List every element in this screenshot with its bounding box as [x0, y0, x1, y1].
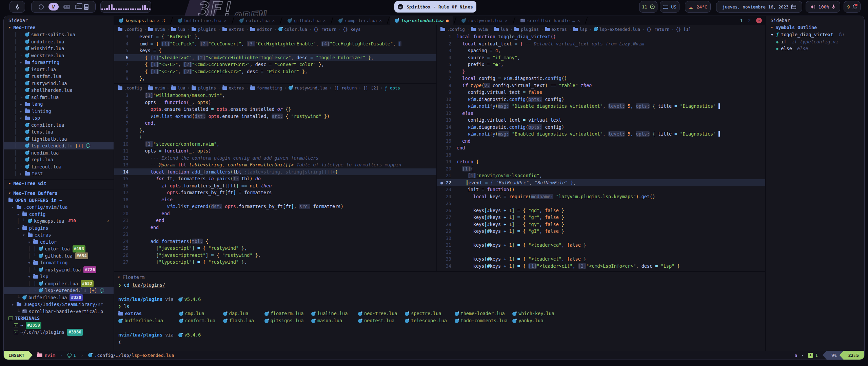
breadcrumb-segment[interactable]: ƒ opts — [385, 85, 400, 90]
code-line-9[interactable]: 9 }, — [114, 75, 436, 82]
code-line-8[interactable]: 8 if type(v: config.virtual_text) == "ta… — [437, 82, 765, 89]
tree-row-color.lua[interactable]: │ │ color.lua#493 — [4, 245, 114, 252]
tree-row-config[interactable]: ▾ config — [4, 211, 114, 218]
tree-row-isort.lua[interactable]: │ │ isort.lua — [4, 66, 114, 73]
expander-icon[interactable]: ▾ — [20, 115, 25, 122]
code-line-34[interactable]: 34 keys[#keys + 1] = { [1]"<leader>cil",… — [437, 263, 765, 270]
code-line-20[interactable]: 20 [1]{ — [437, 165, 765, 172]
code-line-19[interactable]: 19return { — [437, 158, 765, 165]
breadcrumb-segment[interactable]: lua — [494, 27, 508, 32]
code-line-19[interactable]: 19 vim.list_extend(dst: opts.formatters_… — [114, 203, 436, 210]
tree-row-shellharden.lua[interactable]: │ │ shellharden.lua — [4, 87, 114, 94]
workspace-gamepad-icon[interactable] — [63, 5, 70, 9]
code-line-25[interactable]: 25 ["javascript"] = { "rustywind" }, — [114, 245, 436, 252]
workspace-vim-active[interactable]: V — [48, 3, 59, 11]
tree-row-bufferline.lua[interactable]: └ bufferline.lua#328 — [4, 294, 114, 301]
tab-close-icon[interactable]: × — [577, 18, 580, 23]
workspace-document-icon[interactable] — [84, 4, 88, 10]
expander-icon[interactable]: ▾ — [20, 59, 25, 66]
code-line-24[interactable]: 24 local keys = require(modname: "lazyvi… — [437, 193, 765, 200]
code-line-16[interactable]: 16 end — [437, 138, 765, 145]
code-line-21[interactable]: 21 end — [114, 217, 436, 224]
code-line-1[interactable]: 1local function toggle_diag_virtext() — [437, 33, 765, 40]
code-line-18[interactable]: 18 else — [114, 196, 436, 203]
code-line-17[interactable]: 17end — [437, 144, 765, 151]
breadcrumb-segment[interactable]: extras — [222, 27, 244, 32]
expander-icon[interactable]: ▾ — [11, 301, 17, 308]
code-line-29[interactable]: 29 keys[#keys + 1] = { "gI", false } — [437, 228, 765, 235]
code-line-3[interactable]: 3 [1]"williamboman/mason.nvim", — [114, 92, 436, 99]
code-line-4[interactable]: 4 cmd = { [1]"CccPick", [2]"CccConvert",… — [114, 40, 436, 47]
tree-row-editor[interactable]: ▾ editor — [4, 239, 114, 246]
code-line-22[interactable]: 22 end — [114, 224, 436, 231]
code-line-12[interactable]: 12 else — [437, 110, 765, 117]
code-line-14[interactable]: 14 vim.diagnostic.config(opts: config) — [437, 124, 765, 131]
breadcrumb-segment[interactable]: rustywind.lua — [289, 85, 328, 90]
tree-row-rustywind.lua[interactable]: │ └ rustywind.lua#726 — [4, 266, 114, 273]
breadcrumb-segment[interactable]: plugins — [192, 85, 216, 90]
breadcrumb-segment[interactable]: .config — [118, 27, 142, 32]
breadcrumb-segment[interactable]: .config — [118, 85, 142, 90]
tree-row-scrollbar-handle-vertical.p[interactable]: └ scrollbar-handle-vertical.p — [4, 308, 114, 315]
breadcrumb-segment[interactable]: extras — [222, 85, 244, 90]
editor-pane-color-lua[interactable]: .config›nvim›lua›plugins›extras›editor›c… — [114, 25, 436, 83]
code-line-6[interactable]: 6 { [1]"<leader>uC", [2]"<cmd>CccHighlig… — [114, 54, 436, 61]
audio-widget[interactable]: 100% — [806, 1, 840, 13]
weather-widget[interactable]: 24°C — [685, 1, 711, 13]
tree-row-lsp-extended.[interactable]: │ │ lsp-extended.lu[+] — [4, 142, 114, 149]
tree-row-github.lua[interactable]: │ └ github.lua#654 — [4, 252, 114, 260]
breadcrumb-segment[interactable]: plugins — [192, 27, 216, 32]
tree-row-rustywind.lua[interactable]: │ │ rustywind.lua — [4, 80, 114, 87]
tree-row-lang[interactable]: │ ▸ lang — [4, 101, 114, 108]
tree-row-lens.lua[interactable]: │ │ lens.lua — [4, 128, 114, 136]
breadcrumb-segment[interactable]: {} [1] — [676, 27, 691, 32]
workspace-browser-icon[interactable] — [39, 4, 44, 9]
breadcrumb-segment[interactable]: {} return — [334, 85, 357, 90]
tab-scrollbar-handle-[interactable]: scrollbar-handle-…× — [516, 16, 585, 25]
expander-icon[interactable]: ▾ — [11, 204, 17, 211]
tab-close-icon[interactable]: × — [323, 18, 326, 23]
code-line-27[interactable]: 27 ["typescript"] = { "rustywind" }, — [114, 259, 436, 266]
tab-close-icon[interactable]: × — [272, 18, 275, 23]
breadcrumb-segment[interactable]: .config — [440, 27, 465, 32]
code-line-23[interactable]: 23 — [114, 231, 436, 238]
tree-row-linting[interactable]: │ ▸ linting — [4, 108, 114, 115]
code-line-9[interactable]: 9 config.virtual_text = false — [437, 89, 765, 96]
neotree-buffers-section-header[interactable]: ▾ Neo-Tree Buffers — [4, 189, 114, 197]
tab-close-icon[interactable]: × — [379, 18, 382, 23]
tree-row-keymaps.lua[interactable]: │ └ keymaps.lua#10⚠ — [4, 218, 114, 225]
tab-close-icon[interactable]: × — [224, 18, 226, 23]
code-line-14[interactable]: 14 local function add_formatters(tbl :ta… — [114, 168, 436, 176]
breadcrumb-segment[interactable]: lua — [171, 85, 185, 90]
expander-icon[interactable]: ▾ — [28, 239, 33, 246]
editor-pane-rustywind-lua[interactable]: .config›nvim›lua›plugins›extras›formatti… — [114, 83, 436, 271]
code-line-32[interactable]: 32 — [437, 249, 765, 256]
editor-pane-lsp-extended-lua[interactable]: .config›nvim›lua›plugins›extras›lsp›lsp-… — [437, 25, 765, 271]
tab-close-icon[interactable]: × — [505, 18, 508, 23]
code-line-24[interactable]: 24 add_formatters(tbl: { — [114, 238, 436, 245]
tab-color.lua[interactable]: color.lua× — [235, 16, 279, 25]
tree-row-sqlfmt.lua[interactable]: │ └ sqlfmt.lua — [4, 94, 114, 101]
tree-row-formatting[interactable]: ▾ formatting — [4, 259, 114, 266]
statusline-cwd[interactable]: nvim — [37, 353, 55, 358]
workspace-windows-icon[interactable] — [75, 5, 79, 9]
breadcrumb-segment[interactable]: color.lua — [278, 27, 307, 32]
outline-symbol-toggle_diag_virtext[interactable]: ▾ƒtoggle_diag_virtext fu — [766, 31, 864, 38]
code-line-15[interactable]: 15 for ft, formatters in pairs(t: tbl) d… — [114, 175, 436, 182]
notifications-widget[interactable]: 9 — [844, 1, 861, 13]
outline-symbol-else[interactable]: ◈else else — [766, 45, 864, 52]
tree-row-formatting[interactable]: │ ▾ formatting — [4, 59, 114, 66]
code-line-11[interactable]: 11 opts = function(_, opts) — [114, 147, 436, 155]
tree-row-compiler.lua[interactable]: │ │ compiler.lua — [4, 122, 114, 129]
code-line-33[interactable]: 33 keys[#keys + 1] = { "<leader>cl", fal… — [437, 256, 765, 263]
code-line-12[interactable]: 12 --- Extend the conform plugin config … — [114, 155, 436, 162]
statusline-diagnostics[interactable]: 1 — [67, 353, 76, 358]
code-line-22[interactable]: 22● ▎event = { "BufReadPre", "BufNewFile… — [437, 179, 765, 186]
expander-icon[interactable]: ▾ — [28, 259, 33, 266]
tabpage-1[interactable]: 1 — [740, 18, 743, 23]
code-line-7[interactable]: 7 local config = vim.diagnostic.config() — [437, 75, 765, 82]
tree-row-juegosindiessteamlibrary[interactable]: ▾ Juegos/Indies/SteamLibrary/st — [4, 301, 114, 308]
code-line-23[interactable]: 23 init = function() — [437, 186, 765, 193]
code-line-4[interactable]: 4 source = "if_many", — [437, 54, 765, 61]
tab-compiler.lua[interactable]: compiler.lua× — [334, 16, 387, 25]
